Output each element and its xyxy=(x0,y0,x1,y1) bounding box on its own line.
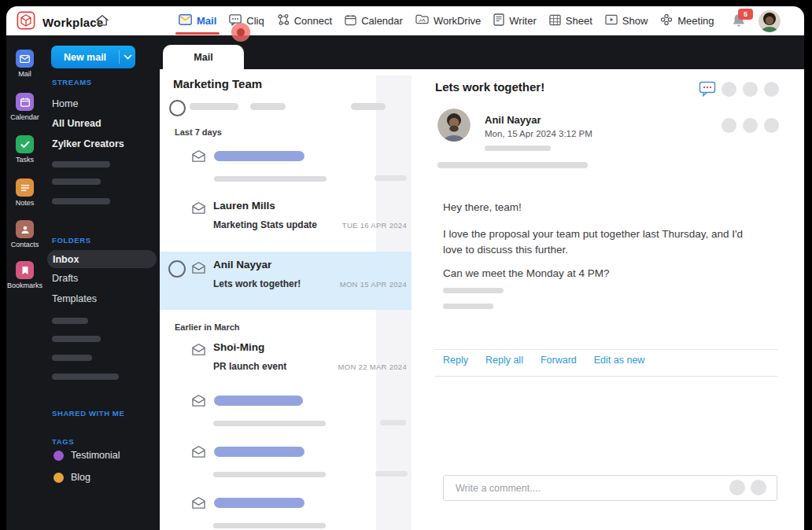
comment-box xyxy=(443,475,777,501)
comment-input[interactable] xyxy=(454,480,685,497)
calendar-app-icon xyxy=(16,93,34,111)
sidebar-item-templates[interactable]: Templates xyxy=(52,293,97,304)
tag-testimonial[interactable]: Testimonial xyxy=(54,450,120,461)
select-all-checkbox[interactable] xyxy=(169,100,186,116)
rail-label: Calendar xyxy=(10,113,39,121)
action-button-placeholder[interactable] xyxy=(764,118,779,133)
forward-button[interactable]: Forward xyxy=(541,355,577,366)
nav-mail[interactable]: Mail xyxy=(179,14,216,28)
sheet-grid-icon xyxy=(549,14,561,28)
sidebar-item-zylker-creators[interactable]: Zylker Creators xyxy=(52,138,124,149)
topbar-right: 5 xyxy=(732,6,781,35)
mail-subject: Lets work together! xyxy=(213,278,301,289)
rail-item-contacts[interactable]: Contacts xyxy=(6,220,43,248)
nav-writer[interactable]: Writer xyxy=(493,13,536,28)
rail-label: Mail xyxy=(18,70,31,78)
nav-label: Meeting xyxy=(677,15,714,27)
message-paragraph: Hey there, team! xyxy=(443,200,758,216)
nav-meeting[interactable]: Meeting xyxy=(660,13,714,28)
action-button-placeholder[interactable] xyxy=(764,82,779,97)
nav-sheet[interactable]: Sheet xyxy=(549,14,592,28)
skeleton-bar xyxy=(52,374,119,380)
mail-sidebar: New mail STREAMS Home All Unread Zylker … xyxy=(43,35,160,530)
skeleton-bar xyxy=(214,498,304,508)
message-paragraph: I love the proposal your team put togeth… xyxy=(443,226,758,259)
skeleton-bar xyxy=(437,162,588,168)
sidebar-item-all-unread[interactable]: All Unread xyxy=(52,118,102,129)
notifications-button[interactable]: 5 xyxy=(732,13,747,30)
tab-mail[interactable]: Mail xyxy=(163,45,244,69)
reply-button[interactable]: Reply xyxy=(443,355,468,366)
active-tab-underline xyxy=(175,32,220,35)
action-button-placeholder[interactable] xyxy=(743,118,758,133)
skeleton-bar xyxy=(250,103,286,110)
chevron-down-icon[interactable] xyxy=(119,50,135,64)
writer-document-icon xyxy=(493,13,504,28)
skeleton-bar xyxy=(190,103,238,110)
envelope-icon xyxy=(191,149,206,166)
action-button-placeholder[interactable] xyxy=(722,118,736,133)
nav-calendar[interactable]: Calendar xyxy=(345,14,403,28)
connect-network-icon xyxy=(277,13,290,28)
message-title: Lets work together! xyxy=(435,80,544,94)
streams-section-label: STREAMS xyxy=(52,78,92,86)
nav-label: WorkDrive xyxy=(434,15,481,27)
skeleton-bar xyxy=(52,198,110,204)
rail-item-calendar[interactable]: Calendar xyxy=(6,93,43,121)
tag-color-dot xyxy=(54,451,64,461)
comment-action-placeholder[interactable] xyxy=(751,480,766,495)
message-paragraph: Can we meet the Monday at 4 PM? xyxy=(443,266,758,282)
skeleton-bar xyxy=(375,471,408,477)
envelope-icon xyxy=(191,343,206,359)
rail-item-notes[interactable]: Notes xyxy=(6,179,43,207)
divider xyxy=(435,376,777,377)
sender-name: Anil Nayyar xyxy=(485,114,541,126)
rail-item-tasks[interactable]: Tasks xyxy=(6,135,43,164)
skeleton-bar xyxy=(52,336,101,342)
nav-workdrive[interactable]: WorkDrive xyxy=(415,14,481,28)
divider xyxy=(435,349,777,350)
tag-blog[interactable]: Blog xyxy=(54,472,90,483)
nav-show[interactable]: Show xyxy=(605,14,648,28)
envelope-icon xyxy=(191,261,206,278)
section-label-recent: Last 7 days xyxy=(175,127,222,137)
skeleton-bar xyxy=(214,447,304,457)
sidebar-item-drafts[interactable]: Drafts xyxy=(52,273,78,284)
tag-color-dot xyxy=(54,473,64,483)
sidebar-item-home[interactable]: Home xyxy=(52,98,78,109)
notification-badge: 5 xyxy=(738,9,753,20)
row-checkbox[interactable] xyxy=(168,260,186,278)
skeleton-bar xyxy=(443,288,504,293)
action-button-placeholder[interactable] xyxy=(722,82,736,97)
mail-list: Marketing Team Last 7 days Lauren Mills xyxy=(160,69,412,530)
nav-connect[interactable]: Connect xyxy=(277,13,332,28)
envelope-icon xyxy=(191,445,206,462)
comment-icon[interactable] xyxy=(699,81,716,100)
sidebar-item-inbox[interactable]: Inbox xyxy=(47,250,157,268)
nav-label: Show xyxy=(622,15,648,27)
comment-action-placeholder[interactable] xyxy=(729,480,745,495)
rail-item-mail[interactable]: Mail xyxy=(6,50,43,78)
mail-subject: PR launch event xyxy=(213,361,286,372)
mail-icon xyxy=(179,14,192,28)
zoho-logo-icon xyxy=(16,10,36,34)
mail-subject: Marketing Stats update xyxy=(213,219,317,230)
skeleton-bar xyxy=(214,176,327,182)
brand[interactable]: Workplace xyxy=(16,10,103,34)
notes-app-icon xyxy=(16,179,34,197)
skeleton-bar xyxy=(213,421,326,426)
workdrive-folder-icon xyxy=(415,14,429,28)
app-body: Mail Calendar Tasks Notes Contacts Bookm… xyxy=(6,35,804,530)
user-avatar[interactable] xyxy=(758,10,781,32)
section-label-earlier: Earlier in March xyxy=(175,322,240,332)
rail-item-bookmarks[interactable]: Bookmarks xyxy=(6,261,43,289)
bookmarks-app-icon xyxy=(16,261,34,279)
mail-sender: Shoi-Ming xyxy=(213,341,264,353)
home-icon[interactable] xyxy=(94,13,110,31)
skeleton-bar xyxy=(443,304,493,309)
action-button-placeholder[interactable] xyxy=(743,82,758,97)
new-mail-button[interactable]: New mail xyxy=(51,46,135,68)
reply-all-button[interactable]: Reply all xyxy=(485,355,523,366)
tag-label: Testimonial xyxy=(71,450,120,461)
edit-as-new-button[interactable]: Edit as new xyxy=(594,355,645,366)
